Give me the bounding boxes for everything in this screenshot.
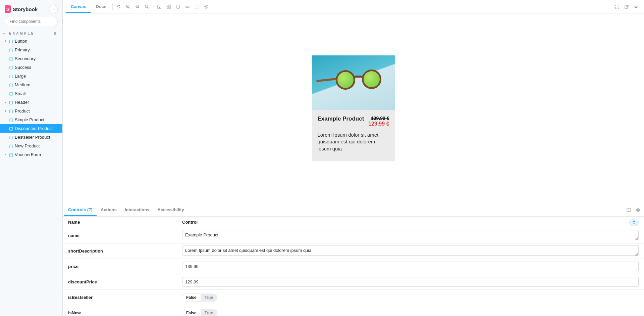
sidebar-item-voucherform[interactable]: ▸ ▢ VoucherForm bbox=[0, 150, 62, 159]
sidebar-item-label: Bestseller Product bbox=[15, 135, 50, 140]
sidebar-item-label: Primary bbox=[15, 47, 30, 52]
zoom-in-icon[interactable] bbox=[123, 2, 133, 11]
remount-icon[interactable] bbox=[114, 2, 123, 11]
control-input-shortdescription[interactable] bbox=[182, 245, 639, 256]
updown-icon[interactable]: ⇅ bbox=[54, 32, 58, 35]
control-input-discountprice[interactable] bbox=[182, 277, 639, 287]
control-label: isNew bbox=[68, 310, 182, 315]
toggle-true[interactable]: True bbox=[201, 294, 217, 301]
sidebar-story-small[interactable]: ▢Small bbox=[0, 89, 62, 98]
sidebar-item-button[interactable]: ▾ ▢ Button bbox=[0, 37, 62, 45]
sidebar-item-label: Header bbox=[15, 100, 29, 105]
resize-handle-icon[interactable] bbox=[635, 237, 638, 240]
caret-right-icon: ▸ bbox=[5, 100, 7, 104]
sidebar-item-label: Large bbox=[15, 74, 26, 79]
measure-icon[interactable] bbox=[183, 2, 192, 11]
component-icon: ▢ bbox=[9, 100, 13, 105]
story-icon: ▢ bbox=[9, 117, 13, 122]
sidebar-story-simple-product[interactable]: ▢Simple Product bbox=[0, 115, 62, 124]
caret-down-icon: ▾ bbox=[5, 39, 7, 43]
story-icon: ▢ bbox=[9, 91, 13, 96]
tab-accessibility[interactable]: Accessibility bbox=[153, 203, 188, 216]
svg-rect-24 bbox=[195, 5, 199, 8]
svg-rect-28 bbox=[627, 208, 630, 212]
tab-actions[interactable]: Actions bbox=[97, 203, 121, 216]
sidebar-item-label: Simple Product bbox=[15, 117, 44, 122]
sidebar-story-large[interactable]: ▢Large bbox=[0, 72, 62, 80]
svg-rect-17 bbox=[169, 5, 170, 6]
sidebar-item-product[interactable]: ▾ ▢ Product bbox=[0, 106, 62, 115]
sidebar-menu-button[interactable] bbox=[49, 5, 58, 13]
search-box[interactable]: / bbox=[5, 17, 58, 26]
addons-panel: Controls (7) Actions Interactions Access… bbox=[63, 203, 644, 316]
svg-line-13 bbox=[148, 7, 149, 8]
control-row-isbestseller: isBestseller False True bbox=[63, 290, 644, 305]
sidebar-story-bestseller-product[interactable]: ▢Bestseller Product bbox=[0, 133, 62, 141]
open-new-tab-icon[interactable] bbox=[622, 2, 631, 11]
accessibility-icon[interactable] bbox=[202, 2, 211, 11]
story-icon: ▢ bbox=[9, 82, 13, 87]
tab-docs[interactable]: Docs bbox=[91, 0, 111, 13]
svg-rect-20 bbox=[177, 5, 179, 8]
brand-mark-icon: S bbox=[5, 5, 11, 13]
grid-icon[interactable] bbox=[164, 2, 173, 11]
outline-icon[interactable] bbox=[192, 2, 202, 11]
sidebar-item-label: Button bbox=[15, 39, 28, 44]
svg-rect-19 bbox=[169, 7, 170, 8]
toggle-false[interactable]: False bbox=[182, 294, 201, 301]
controls-header-control: Control bbox=[182, 220, 629, 225]
controls-header-name: Name bbox=[68, 220, 182, 225]
svg-point-12 bbox=[145, 5, 148, 8]
control-label: isBestseller bbox=[68, 295, 182, 300]
resize-handle-icon[interactable] bbox=[635, 253, 638, 256]
zoom-out-icon[interactable] bbox=[133, 2, 142, 11]
tab-canvas[interactable]: Canvas bbox=[66, 0, 91, 13]
background-icon[interactable] bbox=[155, 2, 164, 11]
viewport-icon[interactable] bbox=[173, 2, 183, 11]
caret-down-icon: ▾ bbox=[5, 109, 7, 112]
product-description: Lorem Ipsum dolor sit amet quisquam est … bbox=[318, 132, 389, 152]
svg-point-26 bbox=[206, 5, 207, 6]
control-row-isnew: isNew False True bbox=[63, 305, 644, 316]
sidebar-story-primary[interactable]: ▢Primary bbox=[0, 45, 62, 54]
zoom-reset-icon[interactable] bbox=[142, 2, 152, 11]
sidebar-story-medium[interactable]: ▢Medium bbox=[0, 80, 62, 89]
separator bbox=[153, 3, 153, 10]
fullscreen-icon[interactable] bbox=[612, 2, 622, 11]
control-label: name bbox=[68, 233, 182, 238]
sidebar-story-secondary[interactable]: ▢Secondary bbox=[0, 54, 62, 63]
copy-link-icon[interactable] bbox=[631, 2, 641, 11]
svg-rect-18 bbox=[167, 7, 168, 8]
section-label: EXAMPLE bbox=[9, 32, 35, 35]
panel-close-icon[interactable] bbox=[633, 205, 643, 215]
search-input[interactable] bbox=[8, 19, 62, 24]
tab-interactions[interactable]: Interactions bbox=[121, 203, 154, 216]
component-icon: ▢ bbox=[9, 152, 13, 157]
section-header-example[interactable]: ▾ EXAMPLE ⇅ bbox=[0, 30, 62, 37]
story-icon: ▢ bbox=[9, 143, 13, 148]
component-icon: ▢ bbox=[9, 108, 13, 114]
control-toggle-isnew[interactable]: False True bbox=[182, 309, 217, 316]
sidebar-item-header[interactable]: ▸ ▢ Header bbox=[0, 98, 62, 106]
control-row-price: price bbox=[63, 259, 644, 274]
control-toggle-isbestseller[interactable]: False True bbox=[182, 294, 217, 301]
toggle-true[interactable]: True bbox=[201, 309, 217, 316]
sidebar-story-discounted-product[interactable]: ▢Discounted Product bbox=[0, 124, 62, 133]
nav-tree: ▾ ▢ Button ▢Primary ▢Secondary ▢Success … bbox=[0, 37, 62, 162]
panel-orientation-icon[interactable] bbox=[624, 205, 633, 215]
tab-controls[interactable]: Controls (7) bbox=[64, 203, 97, 216]
svg-point-2 bbox=[54, 9, 55, 9]
sidebar-story-success[interactable]: ▢Success bbox=[0, 63, 62, 72]
control-input-price[interactable] bbox=[182, 262, 639, 271]
control-input-name[interactable] bbox=[182, 230, 639, 240]
control-row-shortdescription: shortDescription bbox=[63, 243, 644, 259]
sidebar-story-new-product[interactable]: ▢New Product bbox=[0, 141, 62, 150]
reset-controls-button[interactable] bbox=[629, 219, 639, 226]
toolbar: Canvas Docs bbox=[63, 0, 644, 13]
component-icon: ▢ bbox=[9, 39, 13, 44]
brand-logo[interactable]: S Storybook bbox=[5, 5, 38, 13]
toggle-false[interactable]: False bbox=[182, 309, 201, 316]
caret-down-icon: ▾ bbox=[3, 32, 6, 35]
control-row-discountprice: discountPrice bbox=[63, 274, 644, 290]
svg-line-10 bbox=[138, 7, 139, 8]
